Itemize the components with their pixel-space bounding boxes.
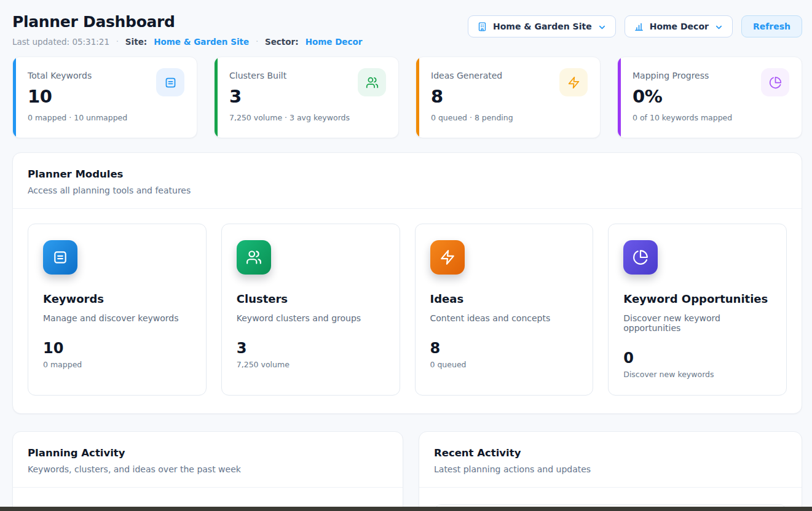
last-updated-text: Last updated: 05:31:21	[12, 37, 109, 47]
module-value: 10	[43, 340, 191, 357]
zap-icon	[559, 68, 588, 96]
module-subtext: 7,250 volume	[237, 360, 385, 369]
planning-activity-header: Planning Activity Keywords, clusters, an…	[13, 432, 403, 488]
stat-subtext: 0 of 10 keywords mapped	[633, 113, 788, 122]
section-subtitle: Latest planning actions and updates	[434, 464, 787, 474]
modules-grid: Keywords Manage and discover keywords 10…	[13, 209, 802, 413]
stat-subtext: 7,250 volume · 3 avg keywords	[229, 113, 385, 122]
module-description: Discover new keyword opportunities	[623, 313, 771, 333]
module-description: Content ideas and concepts	[430, 313, 578, 323]
planning-activity-panel: Planning Activity Keywords, clusters, an…	[12, 431, 403, 511]
users-icon	[237, 240, 271, 275]
module-description: Manage and discover keywords	[43, 313, 191, 323]
stat-card-total-keywords: Total Keywords 10 0 mapped · 10 unmapped	[12, 57, 197, 138]
separator-dot: ·	[256, 37, 258, 46]
stat-subtext: 0 queued · 8 pending	[431, 113, 586, 122]
pie-chart-icon	[761, 68, 789, 96]
accent-bar-orange	[416, 57, 419, 138]
building-icon	[477, 21, 487, 32]
recent-activity-panel: Recent Activity Latest planning actions …	[419, 431, 802, 511]
separator-dot: ·	[116, 37, 119, 46]
planner-dashboard-page: Planner Dashboard Last updated: 05:31:21…	[0, 0, 812, 511]
site-selector-value: Home & Garden Site	[493, 21, 592, 31]
planner-modules-panel: Planner Modules Access all planning tool…	[12, 152, 802, 414]
accent-bar-blue	[13, 57, 16, 138]
zap-icon	[430, 240, 465, 275]
accent-bar-purple	[618, 57, 621, 138]
module-title: Ideas	[430, 292, 578, 305]
module-title: Keyword Opportunities	[623, 292, 771, 305]
module-value: 0	[623, 349, 771, 367]
module-subtext: 0 queued	[430, 360, 578, 369]
module-title: Clusters	[237, 292, 385, 305]
module-card-ideas[interactable]: Ideas Content ideas and concepts 8 0 que…	[415, 224, 594, 396]
page-title: Planner Dashboard	[12, 13, 362, 31]
bottom-edge-bar	[0, 507, 812, 511]
stats-row: Total Keywords 10 0 mapped · 10 unmapped…	[12, 57, 802, 138]
module-value: 3	[237, 340, 385, 357]
file-lines-icon	[156, 68, 184, 96]
module-card-keyword-opportunities[interactable]: Keyword Opportunities Discover new keywo…	[608, 224, 787, 396]
chevron-down-icon	[714, 22, 723, 31]
module-value: 8	[430, 340, 578, 357]
module-card-clusters[interactable]: Clusters Keyword clusters and groups 3 7…	[221, 224, 400, 396]
site-link[interactable]: Home & Garden Site	[154, 37, 249, 47]
header-left: Planner Dashboard Last updated: 05:31:21…	[12, 13, 362, 47]
planner-modules-header: Planner Modules Access all planning tool…	[13, 153, 802, 209]
sector-link[interactable]: Home Decor	[305, 37, 363, 47]
refresh-button[interactable]: Refresh	[741, 15, 802, 37]
section-subtitle: Keywords, clusters, and ideas over the p…	[28, 464, 388, 474]
module-subtext: 0 mapped	[43, 360, 191, 369]
header: Planner Dashboard Last updated: 05:31:21…	[12, 0, 802, 47]
bar-chart-icon	[634, 21, 644, 32]
breadcrumb-meta: Last updated: 05:31:21 · Site: Home & Ga…	[12, 37, 362, 47]
section-title: Planner Modules	[28, 168, 787, 180]
chevron-down-icon	[597, 22, 607, 31]
pie-chart-icon	[623, 240, 658, 275]
sector-label: Sector:	[265, 37, 299, 47]
stat-card-clusters-built: Clusters Built 3 7,250 volume · 3 avg ke…	[214, 57, 399, 138]
module-subtext: Discover new keywords	[623, 370, 771, 379]
site-label: Site:	[125, 37, 147, 47]
sector-selector-dropdown[interactable]: Home Decor	[625, 15, 733, 37]
stat-card-ideas-generated: Ideas Generated 8 0 queued · 8 pending	[416, 57, 601, 138]
bottom-row: Planning Activity Keywords, clusters, an…	[12, 431, 802, 511]
section-title: Planning Activity	[28, 447, 388, 459]
section-subtitle: Access all planning tools and features	[28, 185, 787, 195]
section-title: Recent Activity	[434, 447, 787, 459]
recent-activity-header: Recent Activity Latest planning actions …	[419, 432, 802, 488]
site-selector-dropdown[interactable]: Home & Garden Site	[468, 15, 616, 37]
sector-selector-value: Home Decor	[650, 21, 709, 31]
module-description: Keyword clusters and groups	[237, 313, 385, 323]
file-lines-icon	[43, 240, 77, 275]
stat-card-mapping-progress: Mapping Progress 0% 0 of 10 keywords map…	[617, 57, 802, 138]
accent-bar-green	[215, 57, 218, 138]
module-card-keywords[interactable]: Keywords Manage and discover keywords 10…	[28, 224, 207, 396]
stat-subtext: 0 mapped · 10 unmapped	[28, 113, 183, 122]
header-controls: Home & Garden Site Home Decor Refresh	[468, 15, 802, 37]
module-title: Keywords	[43, 292, 191, 305]
users-icon	[358, 68, 386, 96]
